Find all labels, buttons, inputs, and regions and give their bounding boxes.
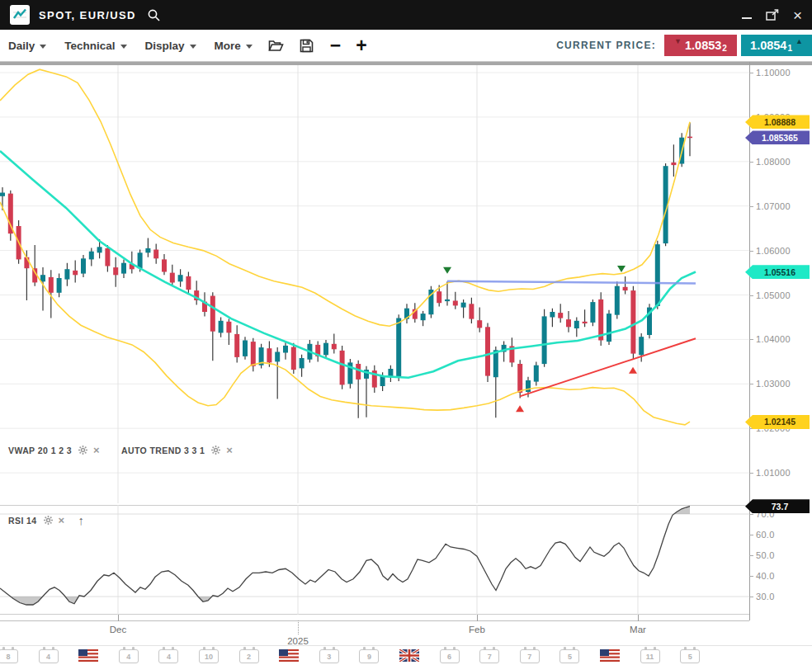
rsi-axis-label: 30.0 — [756, 592, 775, 601]
remove-rsi-icon[interactable]: × — [59, 515, 65, 526]
price-axis-line[interactable] — [749, 62, 750, 620]
axis-tick — [749, 514, 753, 515]
axis-tick — [749, 576, 753, 577]
chevron-down-icon — [190, 45, 196, 49]
calendar-event-icon[interactable]: 7 — [479, 649, 499, 663]
price-tag: 1.085365 — [745, 130, 810, 144]
calendar-event-icon[interactable]: 5 — [559, 649, 579, 663]
chevron-down-icon — [246, 45, 253, 49]
us-flag-icon[interactable] — [279, 649, 299, 662]
axis-tick — [749, 597, 753, 597]
rsi-axis-label: 40.0 — [756, 571, 775, 581]
auto-trend-label: AUTO TREND — [121, 446, 182, 455]
search-icon[interactable] — [147, 8, 161, 22]
calendar-event-icon[interactable]: 11 — [640, 649, 660, 663]
chevron-down-icon — [120, 45, 127, 49]
vwap-params: 20 1 2 3 — [38, 446, 72, 455]
price-tag: 1.08888 — [745, 115, 810, 129]
calendar-event-icon[interactable]: 3 — [319, 649, 339, 663]
time-axis-tick — [638, 615, 639, 621]
axis-tick — [749, 339, 753, 340]
time-axis-label: Mar — [630, 625, 646, 634]
menu-daily[interactable]: Daily — [8, 40, 46, 52]
axis-tick — [749, 251, 753, 252]
price-axis-label: 1.03000 — [756, 379, 791, 389]
price-chart-pane[interactable] — [0, 62, 749, 503]
uk-flag-icon[interactable] — [399, 649, 419, 662]
price-axis-label: 1.01000 — [756, 468, 791, 478]
axis-tick — [749, 535, 753, 535]
price-tag: 73.7 — [745, 499, 810, 513]
remove-auto-trend-icon[interactable]: × — [226, 445, 233, 455]
price-axis-label: 1.04000 — [756, 334, 791, 344]
axis-tick — [749, 73, 753, 73]
calendar-event-icon[interactable]: 4 — [158, 649, 178, 663]
rsi-params: 14 — [26, 516, 36, 526]
window-titlebar: SPOT, EUR/USD × — [0, 0, 812, 30]
auto-trend-params: 3 3 1 — [184, 446, 205, 455]
gear-icon[interactable] — [44, 516, 53, 525]
price-axis-label: 1.08000 — [756, 157, 791, 167]
close-icon[interactable]: × — [793, 7, 802, 23]
ask-pip: 1 — [787, 44, 792, 53]
calendar-event-icon[interactable]: 9 — [359, 649, 379, 663]
axis-tick — [749, 555, 753, 556]
vwap-label: VWAP — [8, 446, 35, 455]
rsi-label: RSI — [8, 516, 24, 526]
ask-price: 1.0854 — [750, 39, 786, 52]
calendar-event-icon[interactable]: 5 — [680, 649, 700, 663]
axis-tick — [749, 473, 753, 474]
current-price-label: CURRENT PRICE: — [556, 40, 656, 51]
calendar-event-icon[interactable]: 7 — [520, 649, 540, 663]
time-axis-label: Feb — [469, 625, 485, 634]
rsi-axis-label: 50.0 — [756, 550, 775, 560]
ask-price-badge[interactable]: 1.0854 1 ▲ — [741, 35, 812, 56]
axis-tick — [749, 162, 753, 163]
zoom-in-button[interactable]: + — [356, 38, 366, 53]
gear-icon[interactable] — [211, 446, 220, 455]
time-axis-line[interactable] — [0, 620, 749, 621]
price-tag: 1.05516 — [745, 265, 810, 279]
menu-technical[interactable]: Technical — [64, 40, 126, 52]
chart-toolbar: Daily Technical Display More — [0, 30, 812, 62]
menu-display[interactable]: Display — [145, 40, 196, 52]
calendar-event-icon[interactable]: 2 — [239, 649, 259, 663]
remove-vwap-icon[interactable]: × — [93, 445, 100, 455]
bid-price: 1.0853 — [685, 39, 721, 52]
gear-icon[interactable] — [78, 446, 87, 455]
bid-price-badge[interactable]: ▼ 1.0853 2 — [664, 35, 737, 56]
price-axis-label: 1.06000 — [756, 246, 791, 256]
price-axis-label: 1.10000 — [756, 68, 791, 78]
price-up-arrow-icon: ▲ — [795, 38, 803, 45]
open-folder-icon[interactable] — [268, 39, 284, 52]
rsi-indicator-row: RSI 14 × ↑ — [8, 513, 84, 527]
trading-app-window: SPOT, EUR/USD × Daily Tech — [0, 0, 812, 665]
calendar-event-icon[interactable]: 4 — [39, 649, 59, 663]
instrument-title: SPOT, EUR/USD — [39, 9, 136, 21]
rsi-pane[interactable] — [0, 505, 749, 615]
time-axis-tick — [477, 615, 478, 621]
zoom-out-button[interactable]: − — [330, 38, 341, 53]
move-pane-up-icon[interactable]: ↑ — [78, 513, 85, 527]
calendar-event-icon[interactable]: 6 — [440, 649, 460, 663]
calendar-event-icon[interactable]: 10 — [199, 649, 219, 663]
axis-tick — [749, 295, 753, 296]
us-flag-icon[interactable] — [600, 649, 620, 662]
vwap-indicator-row: VWAP 20 1 2 3 × AUTO TREND 3 3 1 × — [8, 445, 233, 455]
time-axis-tick — [118, 615, 119, 621]
axis-tick — [749, 384, 753, 384]
chevron-down-icon — [40, 45, 46, 49]
popout-window-button[interactable] — [766, 9, 779, 21]
calendar-event-icon[interactable]: 4 — [119, 649, 139, 663]
price-axis-label: 1.05000 — [756, 290, 791, 300]
minimize-button[interactable] — [742, 11, 752, 19]
axis-tick — [749, 206, 753, 207]
menu-more[interactable]: More — [215, 40, 253, 52]
save-icon[interactable] — [300, 39, 314, 53]
time-axis-tick — [298, 620, 300, 634]
rsi-axis-label: 60.0 — [756, 530, 775, 540]
us-flag-icon[interactable] — [78, 649, 98, 662]
price-tag: 1.02145 — [745, 415, 810, 429]
calendar-event-icon[interactable]: 8 — [0, 649, 18, 663]
time-axis-label: Dec — [110, 625, 126, 634]
